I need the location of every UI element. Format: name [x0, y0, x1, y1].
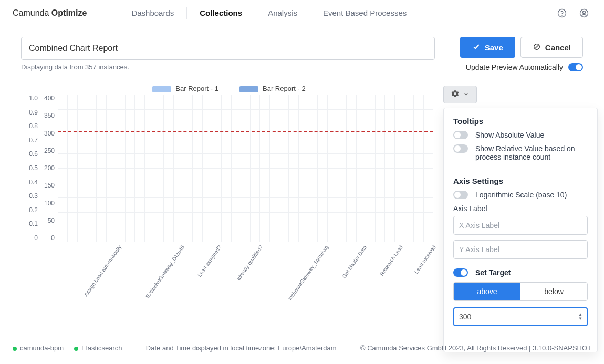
- x-axis-label-input[interactable]: [453, 216, 588, 235]
- nav: Dashboards Collections Analysis Event Ba…: [123, 7, 555, 19]
- chart-wrap: 1.00.90.80.70.60.50.40.30.20.10 40035030…: [25, 95, 433, 320]
- auto-preview-toggle[interactable]: [568, 63, 583, 71]
- check-icon: [472, 43, 481, 53]
- auto-preview-row: Update Preview Automatically: [466, 63, 583, 71]
- label-absolute: Show Absolute Value: [475, 131, 544, 139]
- row-relative: Show Relative Value based on process ins…: [453, 144, 588, 161]
- y-tick-right: 250: [44, 147, 55, 154]
- svg-point-2: [580, 9, 588, 17]
- instances-text: Displaying data from 357 instances.: [21, 63, 435, 71]
- save-label: Save: [485, 43, 503, 52]
- nav-sep: [186, 7, 187, 19]
- footer-es: Elasticsearch: [74, 344, 122, 352]
- save-button[interactable]: Save: [460, 37, 515, 58]
- y-tick-left: 0.4: [29, 179, 38, 186]
- y-tick-right: 100: [44, 200, 55, 207]
- row-set-target: Set Target: [453, 268, 588, 277]
- y-tick-left: 0.2: [29, 206, 38, 214]
- y-tick-left: 1.0: [29, 95, 38, 102]
- brand-b: Optimize: [51, 8, 87, 17]
- toggle-absolute[interactable]: [453, 131, 468, 139]
- swatch-1: [152, 86, 171, 92]
- edit-bar: Displaying data from 357 instances. Save…: [0, 26, 604, 78]
- x-labels: Assign Lead automaticallyExclusiveGatewa…: [58, 244, 433, 320]
- top-actions: [555, 6, 591, 20]
- y-tick-left: 0.5: [29, 164, 38, 172]
- y-tick-left: 0.7: [29, 137, 38, 144]
- y-axis-left: 1.00.90.80.70.60.50.40.30.20.10: [25, 95, 41, 242]
- nav-sep: [255, 7, 255, 19]
- y-tick-right: 300: [44, 130, 55, 137]
- legend-item-1: Bar Report - 1: [152, 85, 218, 92]
- plot: Assign Lead automaticallyExclusiveGatewa…: [58, 95, 433, 320]
- seg-below[interactable]: below: [520, 283, 587, 300]
- y-tick-left: 0.9: [29, 109, 38, 116]
- nav-analysis[interactable]: Analysis: [259, 8, 306, 17]
- y-tick-right: 400: [44, 95, 55, 102]
- workspace: Bar Report - 1 Bar Report - 2 1.00.90.80…: [0, 78, 604, 338]
- legend-label-2: Bar Report - 2: [263, 85, 306, 92]
- es-name: Elasticsearch: [81, 344, 122, 352]
- nav-collections[interactable]: Collections: [191, 8, 251, 17]
- axis-title: Axis Settings: [453, 176, 588, 185]
- nav-dashboards[interactable]: Dashboards: [123, 8, 182, 17]
- tooltips-title: Tooltips: [453, 117, 588, 126]
- y-tick-left: 0.1: [29, 220, 38, 227]
- footer-tz: Date and Time displayed in local timezon…: [132, 344, 350, 352]
- target-stepper[interactable]: ▲▼: [578, 313, 582, 321]
- editbar-right: Save Cancel Update Preview Automatically: [460, 37, 583, 71]
- cancel-icon: [533, 43, 541, 53]
- legend-item-2: Bar Report - 2: [239, 85, 306, 92]
- label-log: Logarithmic Scale (base 10): [475, 191, 567, 199]
- footer-copy: © Camunda Services GmbH 2023, All Rights…: [360, 344, 591, 352]
- row-log: Logarithmic Scale (base 10): [453, 191, 588, 199]
- target-value-input[interactable]: [453, 307, 588, 326]
- top-nav: Camunda Optimize Dashboards Collections …: [0, 0, 604, 26]
- toggle-log[interactable]: [453, 191, 468, 199]
- y-tick-right: 50: [48, 217, 55, 224]
- bars: [58, 95, 433, 242]
- nav-sep: [310, 7, 310, 19]
- gear-icon: [451, 90, 459, 99]
- toggle-set-target[interactable]: [453, 268, 468, 277]
- status-dot-icon: [74, 347, 78, 351]
- y-tick-right: 200: [44, 164, 55, 172]
- legend-label-1: Bar Report - 1: [175, 85, 218, 92]
- svg-point-1: [561, 15, 562, 15]
- axis-label-heading: Axis Label: [453, 204, 588, 213]
- y-tick-left: 0: [34, 234, 38, 242]
- target-direction-segment: above below: [453, 282, 588, 301]
- set-target-label: Set Target: [475, 268, 511, 277]
- brand: Camunda Optimize: [13, 8, 105, 18]
- config-panel: Tooltips Show Absolute Value Show Relati…: [437, 78, 604, 338]
- cancel-button[interactable]: Cancel: [520, 37, 583, 58]
- y-tick-right: 350: [44, 112, 55, 119]
- auto-preview-label: Update Preview Automatically: [466, 63, 563, 71]
- help-icon[interactable]: [555, 6, 569, 20]
- nav-event-processes[interactable]: Event Based Processes: [315, 8, 415, 17]
- editbar-left: Displaying data from 357 instances.: [21, 37, 435, 71]
- panel-scroll[interactable]: Tooltips Show Absolute Value Show Relati…: [444, 108, 597, 352]
- y-tick-left: 0.3: [29, 192, 38, 200]
- user-icon[interactable]: [577, 6, 591, 20]
- hr: [453, 169, 588, 169]
- toggle-relative[interactable]: [453, 144, 468, 153]
- chevron-down-icon: [463, 90, 469, 99]
- seg-above[interactable]: above: [454, 283, 520, 300]
- btn-row: Save Cancel: [460, 37, 583, 58]
- target-value-wrap: ▲▼: [453, 307, 588, 326]
- report-title-input[interactable]: [21, 37, 435, 60]
- y-axis-label-input[interactable]: [453, 240, 588, 259]
- footer-engine: camunda-bpm: [13, 344, 64, 352]
- y-tick-left: 0.6: [29, 150, 38, 158]
- chart-area: Bar Report - 1 Bar Report - 2 1.00.90.80…: [0, 78, 437, 338]
- y-axis-left-secondary: 400350300250200150100500: [41, 95, 58, 242]
- y-tick-right: 150: [44, 182, 55, 189]
- engine-name: camunda-bpm: [20, 344, 64, 352]
- swatch-2: [239, 86, 258, 92]
- brand-a: Camunda: [13, 8, 51, 17]
- y-tick-left: 0.8: [29, 122, 38, 130]
- svg-point-0: [558, 9, 566, 17]
- panel-toggle-button[interactable]: [443, 86, 477, 103]
- label-relative: Show Relative Value based on process ins…: [475, 144, 588, 161]
